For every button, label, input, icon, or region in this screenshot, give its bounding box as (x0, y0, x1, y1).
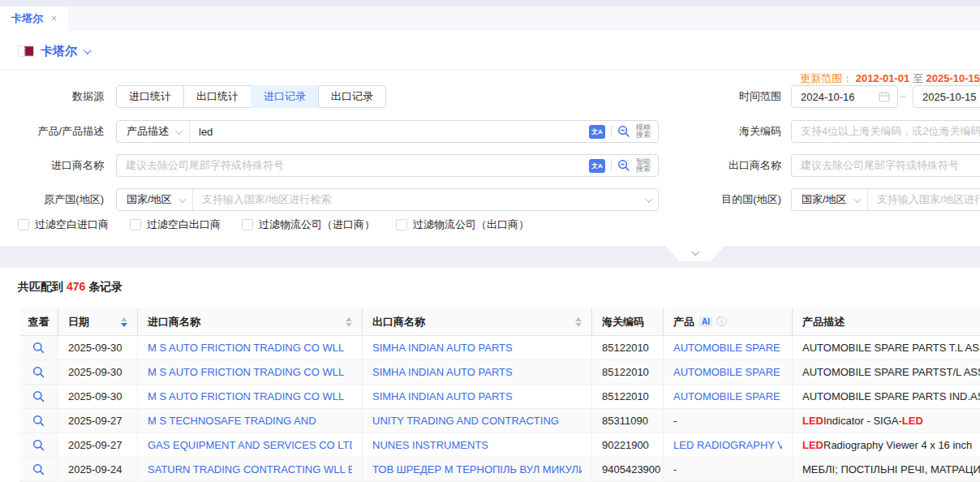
sort-control-date[interactable] (114, 317, 127, 327)
date-end-input[interactable]: 2025-10-15 (913, 85, 980, 108)
importer-cell: M S AUTO FRICTION TRADING CO WLL (138, 360, 363, 385)
importer-link[interactable]: M S TECHNOSAFE TRADING AND (148, 415, 316, 427)
importer-cell: M S AUTO FRICTION TRADING CO WLL (138, 336, 363, 360)
exporter-link[interactable]: SIMHA INDIAN AUTO PARTS (372, 342, 513, 354)
exporter-link[interactable]: UNITY TRADING AND CONTRACTING (372, 415, 559, 427)
checkbox-icon[interactable] (242, 219, 253, 230)
translate-icon[interactable]: 文A (589, 125, 605, 139)
fuzzy-search-mode-text[interactable]: 模糊搜索 (636, 124, 651, 139)
importer-link[interactable]: M S AUTO FRICTION TRADING CO WLL (148, 342, 344, 354)
view-record-icon[interactable] (32, 366, 45, 378)
product-search-group: 产品描述 led 文A 模糊搜索 (116, 120, 659, 143)
checkbox-label: 过滤物流公司（出口商） (413, 217, 529, 232)
product-link[interactable]: AUTOMOBILE SPARE P... (673, 366, 782, 378)
filter-checkbox-row: 过滤空白进口商过滤空白出口商过滤物流公司（进口商）过滤物流公司（出口商） (18, 217, 529, 232)
table-row: 2025-09-27 GAS EQUIPMENT AND SERVICES CO… (19, 433, 980, 458)
view-cell (19, 360, 58, 385)
info-icon[interactable]: ⓘ (716, 315, 727, 329)
tab-close-icon[interactable]: × (51, 13, 57, 24)
view-cell (19, 336, 58, 360)
destination-placeholder: 支持输入国家/地区进行检索 (868, 192, 980, 207)
importer-input[interactable]: 建议去除公司尾部字符或特殊符号 (117, 158, 589, 173)
exporter-link[interactable]: SIMHA INDIAN AUTO PARTS (372, 390, 513, 402)
data-source-option[interactable]: 出口记录 (318, 85, 386, 108)
exporter-link[interactable]: NUNES INSTRUMENTS (372, 439, 488, 451)
view-record-icon[interactable] (32, 463, 45, 476)
importer-link[interactable]: M S AUTO FRICTION TRADING CO WLL (148, 366, 344, 378)
exporter-input[interactable]: 建议去除公司尾部字符或特殊符号 (791, 154, 980, 177)
date-cell: 2025-09-27 (58, 433, 138, 458)
view-record-icon[interactable] (32, 390, 45, 402)
qatar-flag-icon (18, 45, 34, 57)
exporter-link[interactable]: SIMHA INDIAN AUTO PARTS (372, 366, 513, 378)
product-link[interactable]: AUTOMOBILE SPARE P... (673, 342, 782, 354)
col-header-hs-code: 海关编码 (592, 308, 664, 336)
importer-link[interactable]: M S AUTO FRICTION TRADING CO WLL (148, 390, 344, 402)
description-cell: МЕБЛІ; ПОСТІЛЬНІ РЕЧІ, МАТРАЦИ,... (793, 458, 980, 482)
chevron-down-icon (645, 195, 653, 203)
sort-control-importer[interactable] (339, 317, 352, 327)
exporter-link[interactable]: ТОВ ШРЕДЕР М ТЕРНОПІЛЬ ВУЛ МИКУЛИ... (372, 463, 582, 476)
importer-link[interactable]: GAS EQUIPMENT AND SERVICES CO LTD (148, 439, 352, 451)
importer-link[interactable]: SATURN TRADING CONTRACTING WLL BUI... (148, 463, 352, 476)
window-top-strip (0, 0, 980, 6)
date-start-input[interactable]: 2024-10-16 (791, 85, 898, 108)
destination-country-select[interactable]: 国家/地区 (792, 189, 868, 210)
product-cell: AUTOMOBILE SPARE P... (664, 385, 793, 409)
filter-checkbox[interactable]: 过滤物流公司（进口商） (242, 217, 375, 232)
checkbox-icon[interactable] (130, 219, 141, 230)
hs-code-cell: 85122010 (592, 385, 664, 409)
description-cell: LED Radiography Viewer 4 x 16 inch (793, 433, 980, 458)
product-cell: - (664, 409, 793, 433)
filter-checkbox[interactable]: 过滤物流公司（出口商） (396, 217, 529, 232)
exporter-cell: SIMHA INDIAN AUTO PARTS (363, 360, 592, 385)
match-prefix: 共匹配到 (18, 280, 63, 293)
data-source-option[interactable]: 进口统计 (116, 85, 184, 108)
table-header-row: 查看 日期 进口商名称 出口商名称 海关编码 产品 AI ⓘ 产品描述 (19, 308, 980, 336)
date-range-separator: – (897, 85, 909, 108)
translate-icon[interactable]: 文A (589, 159, 605, 173)
product-search-input[interactable]: led (190, 126, 589, 138)
checkbox-icon[interactable] (18, 219, 29, 230)
col-header-importer: 进口商名称 (138, 308, 363, 336)
tab-qatar[interactable]: 卡塔尔 × (0, 6, 68, 31)
view-record-icon[interactable] (32, 439, 45, 451)
match-suffix: 条记录 (88, 280, 122, 293)
description-cell: LED Indicator - SIGA-LED (793, 409, 980, 433)
view-record-icon[interactable] (32, 415, 45, 427)
chevron-down-icon (853, 195, 862, 203)
filter-checkbox[interactable]: 过滤空白进口商 (18, 217, 109, 232)
view-cell (19, 433, 58, 458)
fuzzy-search-icon[interactable] (617, 125, 630, 138)
data-source-option[interactable]: 进口记录 (251, 85, 319, 108)
hs-code-input[interactable]: 支持4位以上海关编码，或2位海关编码加上 (791, 120, 980, 143)
importer-cell: M S TECHNOSAFE TRADING AND (138, 409, 363, 433)
smart-search-icon[interactable] (617, 159, 630, 172)
calendar-icon (879, 91, 890, 102)
description-text: МЕБЛІ; ПОСТІЛЬНІ РЕЧІ, МАТРАЦИ,... (802, 463, 980, 476)
origin-country-select[interactable]: 国家/地区 (117, 189, 193, 210)
col-header-exporter: 出口商名称 (363, 308, 592, 336)
description-cell: AUTOMOBILE SPARE PARTST/L ASSY ... (793, 360, 980, 385)
destination-country-input[interactable]: 支持输入国家/地区进行检索 (868, 192, 980, 207)
product-label: 产品/产品描述 (0, 120, 104, 143)
chevron-down-icon (175, 127, 183, 135)
product-link[interactable]: LED RADIOGRAPHY VI... (673, 439, 782, 451)
checkbox-icon[interactable] (396, 219, 407, 230)
product-search-value: led (190, 126, 221, 138)
suffix-divider (611, 160, 612, 171)
country-selector[interactable]: 卡塔尔 (18, 42, 89, 60)
smart-search-mode-text[interactable]: 智能搜索 (636, 158, 651, 173)
product-type-select[interactable]: 产品描述 (117, 121, 190, 142)
origin-select-value: 国家/地区 (127, 192, 172, 207)
col-header-product: 产品 AI ⓘ (664, 308, 793, 336)
date-cell: 2025-09-24 (58, 458, 138, 482)
product-link[interactable]: AUTOMOBILE SPARE P... (673, 390, 782, 402)
product-input-suffix: 文A 模糊搜索 (589, 124, 658, 139)
filter-checkbox[interactable]: 过滤空白出口商 (130, 217, 221, 232)
sort-control-exporter[interactable] (569, 317, 582, 327)
origin-country-input[interactable]: 支持输入国家/地区进行检索 (193, 192, 645, 207)
data-source-label: 数据源 (0, 85, 104, 108)
data-source-option[interactable]: 出口统计 (183, 85, 251, 108)
view-record-icon[interactable] (32, 342, 45, 354)
